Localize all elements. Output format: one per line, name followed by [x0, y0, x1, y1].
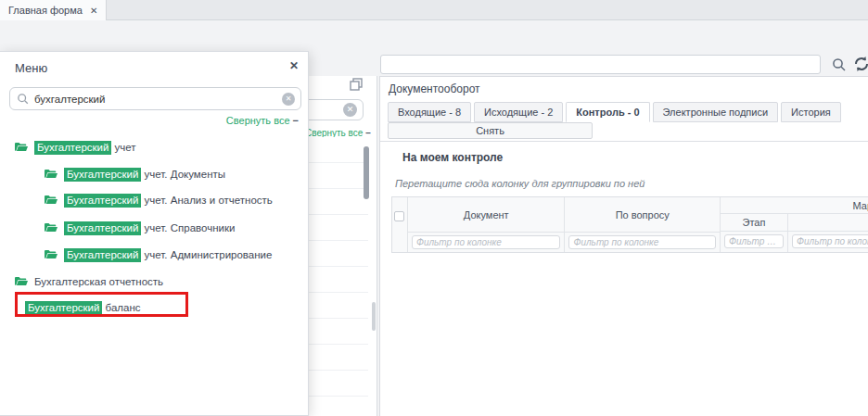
document-flow-tabs: Входящие - 8 Исходящие - 2 Контроль - 0 … — [388, 102, 841, 122]
folder-icon — [45, 249, 57, 260]
tab-close-icon[interactable]: ✕ — [90, 6, 97, 16]
folder-icon — [45, 195, 57, 206]
menu-item-accounting-reports[interactable]: Бухгалтерская отчетность — [15, 273, 163, 290]
panel-title: Документооборот — [389, 82, 480, 95]
menu-item-label: учет. Справочники — [141, 222, 235, 233]
nav-tree-rows[interactable] — [309, 137, 368, 416]
search-match-highlight: Бухгалтерский — [25, 301, 102, 315]
control-tab-content: На моем контроле Перетащите сюда колонку… — [380, 141, 868, 416]
menu-item-accounting-analysis[interactable]: Бухгалтерский учет. Анализ и отчетность — [45, 192, 273, 208]
menu-item-label: учет. Администрирование — [141, 249, 272, 260]
remove-button[interactable]: Снять — [388, 122, 593, 139]
minus-icon: − — [293, 115, 299, 126]
nav-search-clear-icon[interactable]: ✕ — [343, 103, 357, 117]
window-tabbar: Главная форма ✕ — [0, 0, 868, 20]
menu-collapse-all-link[interactable]: Свернуть все − — [226, 115, 299, 126]
section-title: На моем контроле — [402, 151, 503, 164]
column-header-document[interactable]: Документ — [408, 197, 565, 233]
menu-item-label: учет. Анализ и отчетность — [141, 195, 272, 206]
menu-title: Меню — [15, 61, 47, 75]
menu-item-accounting[interactable]: Бухгалтерский учет — [15, 139, 136, 156]
tab-history[interactable]: История — [781, 102, 841, 122]
folder-icon — [15, 142, 28, 153]
tab-incoming[interactable]: Входящие - 8 — [388, 102, 471, 122]
menu-search-clear-icon[interactable]: ✕ — [282, 93, 295, 106]
menu-item-label: учет — [111, 142, 135, 153]
search-match-highlight: Бухгалтерский — [64, 221, 141, 235]
nav-scrollbar-thumb[interactable] — [364, 146, 369, 199]
menu-item-accounting-documents[interactable]: Бухгалтерский учет. Документы — [45, 166, 225, 183]
search-match-highlight: Бухгалтерский — [34, 141, 111, 155]
folder-icon — [45, 222, 57, 233]
menu-item-label: баланс — [102, 302, 140, 313]
menu-overlay: Меню ✕ ✕ Свернуть все − Бухгалтерский уч… — [0, 51, 309, 416]
column-header-stage[interactable]: Этап — [721, 214, 787, 232]
refresh-icon[interactable] — [852, 56, 868, 75]
select-all-cell — [392, 197, 408, 252]
filter-input-stage[interactable] — [724, 234, 784, 248]
folder-icon — [45, 169, 57, 180]
control-table-header: Документ По вопросу Маршрут Этап Участни… — [391, 196, 868, 253]
menu-item-accounting-administration[interactable]: Бухгалтерский учет. Администрирование — [45, 246, 272, 263]
group-header-route[interactable]: Маршрут — [721, 197, 868, 214]
menu-item-accounting-directories[interactable]: Бухгалтерский учет. Справочники — [45, 220, 235, 236]
page-scrollbar-thumb[interactable] — [372, 302, 376, 331]
search-match-highlight: Бухгалтерский — [64, 168, 141, 182]
global-search-input[interactable] — [380, 55, 821, 74]
document-flow-panel: Документооборот Входящие - 8 Исходящие -… — [379, 76, 868, 416]
column-stage: Этап — [721, 214, 788, 252]
select-all-checkbox[interactable] — [394, 211, 404, 221]
search-icon[interactable] — [832, 57, 847, 75]
filter-input-document[interactable] — [412, 235, 561, 249]
menu-search-input[interactable] — [34, 90, 271, 107]
groupby-hint[interactable]: Перетащите сюда колонку для группировки … — [395, 178, 645, 189]
menu-item-label: учет. Документы — [141, 169, 225, 180]
column-header-participants[interactable]: Участники — [788, 214, 868, 232]
menu-collapse-all-label: Свернуть все — [226, 115, 290, 126]
restore-window-icon[interactable] — [350, 78, 363, 94]
column-header-subject[interactable]: По вопросу — [565, 197, 720, 233]
search-match-highlight: Бухгалтерский — [64, 248, 141, 262]
column-subject: По вопросу — [565, 197, 721, 252]
menu-search-box: ✕ — [9, 87, 301, 110]
tab-outgoing[interactable]: Исходящие - 2 — [474, 102, 563, 122]
window-tab-label: Главная форма — [8, 5, 83, 16]
window-tab-main-form[interactable]: Главная форма ✕ — [0, 0, 107, 20]
column-participants: Участники — [788, 214, 868, 252]
menu-search-icon — [17, 93, 30, 109]
tab-control[interactable]: Контроль - 0 — [566, 102, 649, 122]
menu-item-balance-sheet[interactable]: Бухгалтерский баланс — [25, 299, 141, 316]
filter-input-subject[interactable] — [568, 235, 716, 249]
menu-close-icon[interactable]: ✕ — [289, 59, 299, 72]
tab-signatures[interactable]: Электронные подписи — [653, 102, 779, 122]
menu-item-label: Бухгалтерская отчетность — [34, 276, 163, 287]
filter-input-participants[interactable] — [792, 234, 868, 248]
search-match-highlight: Бухгалтерский — [64, 194, 141, 208]
column-document: Документ — [408, 197, 566, 252]
folder-icon — [15, 276, 28, 287]
column-group-route: Маршрут Этап Участники — [721, 197, 868, 252]
